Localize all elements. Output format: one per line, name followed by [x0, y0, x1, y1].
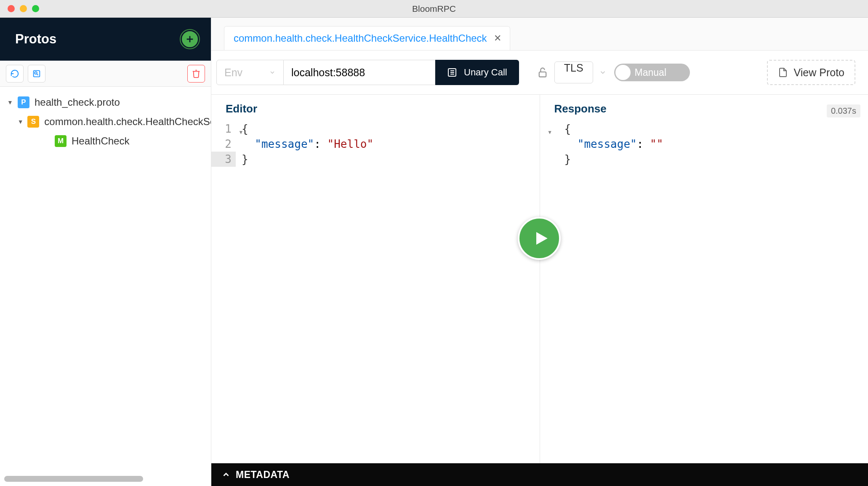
svg-marker-10	[536, 232, 548, 245]
toggle-label: Manual	[635, 67, 666, 78]
list-icon	[447, 67, 457, 77]
unlock-icon	[537, 67, 548, 78]
tree-service-label: common.health.check.HealthCheckService	[44, 116, 211, 128]
address-input[interactable]	[284, 60, 435, 85]
metadata-toggle[interactable]: METADATA	[211, 463, 868, 486]
fold-caret-icon[interactable]: ▼	[240, 125, 242, 140]
response-timing: 0.037s	[827, 104, 860, 117]
editor-code[interactable]: 1▼ { 2 "message": "Hello" 3 }	[211, 121, 540, 167]
call-type-label: Unary Call	[464, 67, 507, 78]
content-area: common.health.check.HealthCheckService.H…	[211, 18, 868, 486]
chevron-up-icon	[221, 470, 231, 479]
caret-down-icon: ▼	[17, 118, 24, 125]
request-bar: Env Unary Call TLS Manual	[211, 50, 868, 95]
editor-pane: Editor 1▼ { 2 "message": "Hello" 3 }	[211, 95, 540, 463]
response-pane: Response 0.037s ▼ { "message": "" }	[540, 95, 868, 463]
tls-group: TLS	[527, 61, 607, 83]
minimize-window-button[interactable]	[20, 5, 27, 12]
request-tab[interactable]: common.health.check.HealthCheckService.H…	[224, 26, 510, 50]
service-badge: S	[27, 116, 39, 128]
tree-method-label: HealthCheck	[72, 135, 129, 147]
maximize-window-button[interactable]	[32, 5, 39, 12]
tabs-area: common.health.check.HealthCheckService.H…	[211, 18, 868, 50]
env-placeholder: Env	[224, 67, 242, 79]
sidebar-header: Protos	[0, 18, 211, 61]
reload-icon	[10, 69, 19, 78]
method-badge: M	[55, 135, 67, 147]
fold-caret-icon[interactable]: ▼	[548, 125, 551, 140]
env-select[interactable]: Env	[216, 60, 284, 85]
proto-tree: ▼ P health_check.proto ▼ S common.health…	[0, 87, 211, 486]
editor-title: Editor	[211, 95, 540, 121]
tree-method-node[interactable]: M HealthCheck	[0, 131, 211, 151]
tree-proto-label: health_check.proto	[35, 96, 120, 108]
tab-label: common.health.check.HealthCheckService.H…	[234, 32, 487, 44]
editor-response-panes: Editor 1▼ { 2 "message": "Hello" 3 }	[211, 95, 868, 463]
reload-button[interactable]	[6, 65, 24, 83]
file-icon	[778, 67, 788, 77]
call-type-badge: Unary Call	[435, 60, 519, 85]
tab-close-button[interactable]: ✕	[494, 33, 501, 44]
chevron-down-icon	[269, 69, 276, 76]
close-window-button[interactable]	[8, 5, 15, 12]
sidebar-toolbar	[0, 61, 211, 87]
plus-icon	[185, 35, 194, 44]
add-proto-button[interactable]	[181, 30, 199, 48]
metadata-label: METADATA	[236, 469, 290, 481]
view-proto-label: View Proto	[794, 67, 844, 79]
filter-button[interactable]	[28, 65, 45, 83]
svg-point-3	[35, 72, 37, 74]
traffic-lights	[0, 5, 39, 12]
play-icon	[532, 230, 549, 247]
manual-toggle[interactable]: Manual	[614, 64, 690, 81]
window-title: BloomRPC	[0, 4, 868, 14]
tree-service-node[interactable]: ▼ S common.health.check.HealthCheckServi…	[0, 112, 211, 131]
proto-badge: P	[18, 96, 29, 108]
response-title: Response	[540, 95, 607, 121]
sidebar-scrollbar[interactable]	[4, 476, 143, 482]
sidebar-title: Protos	[15, 32, 56, 47]
tree-proto-node[interactable]: ▼ P health_check.proto	[0, 93, 211, 112]
caret-down-icon: ▼	[6, 99, 14, 106]
run-button[interactable]	[518, 217, 561, 260]
tls-button[interactable]: TLS	[554, 61, 593, 83]
response-code[interactable]: ▼ { "message": "" }	[540, 121, 868, 167]
svg-line-4	[37, 74, 38, 75]
toggle-knob	[615, 65, 631, 80]
address-group: Env Unary Call	[216, 60, 519, 85]
sidebar: Protos ▼ P health_check.proto ▼	[0, 18, 211, 486]
chevron-down-icon[interactable]	[599, 69, 607, 76]
trash-icon	[192, 69, 201, 78]
window-titlebar: BloomRPC	[0, 0, 868, 18]
view-proto-button[interactable]: View Proto	[767, 60, 855, 85]
svg-rect-9	[539, 72, 546, 77]
delete-button[interactable]	[187, 65, 205, 83]
filter-icon	[32, 69, 41, 78]
